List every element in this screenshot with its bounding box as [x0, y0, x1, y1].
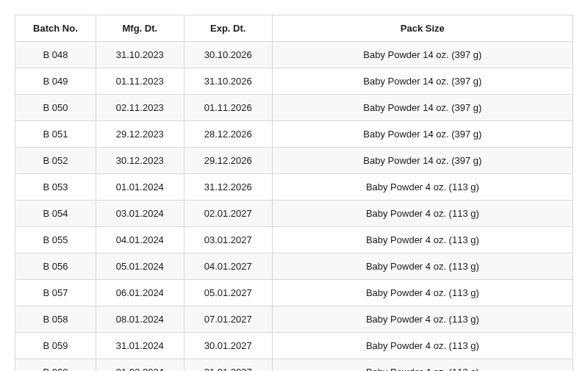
cell-batch: B 049 — [15, 68, 96, 95]
cell-exp: 01.11.2026 — [184, 95, 272, 121]
header-mfg: Mfg. Dt. — [96, 15, 184, 42]
cell-pack: Baby Powder 4 oz. (113 g) — [272, 201, 573, 227]
table-row: B 05002.11.202301.11.2026Baby Powder 14 … — [15, 95, 573, 121]
table-row: B 04831.10.202330.10.2026Baby Powder 14 … — [15, 42, 573, 68]
table-row: B 05504.01.202403.01.2027Baby Powder 4 o… — [15, 227, 573, 253]
cell-mfg: 31.10.2023 — [96, 42, 184, 68]
cell-exp: 28.12.2026 — [184, 121, 272, 148]
cell-mfg: 31.01.2024 — [96, 333, 184, 359]
cell-pack: Baby Powder 4 oz. (113 g) — [272, 227, 573, 253]
cell-exp: 31.12.2026 — [184, 174, 272, 201]
header-exp: Exp. Dt. — [184, 15, 272, 42]
cell-batch: B 048 — [15, 42, 96, 68]
batch-table: Batch No. Mfg. Dt. Exp. Dt. Pack Size B … — [15, 15, 573, 371]
cell-pack: Baby Powder 4 oz. (113 g) — [272, 359, 573, 372]
cell-batch: B 059 — [15, 333, 96, 359]
cell-batch: B 058 — [15, 306, 96, 333]
table-body: B 04831.10.202330.10.2026Baby Powder 14 … — [15, 42, 573, 372]
table-row: B 05808.01.202407.01.2027Baby Powder 4 o… — [15, 306, 573, 333]
header-pack: Pack Size — [272, 15, 573, 42]
cell-mfg: 08.01.2024 — [96, 306, 184, 333]
cell-pack: Baby Powder 4 oz. (113 g) — [272, 280, 573, 306]
cell-batch: B 051 — [15, 121, 96, 148]
cell-pack: Baby Powder 14 oz. (397 g) — [272, 148, 573, 174]
table-row: B 04901.11.202331.10.2026Baby Powder 14 … — [15, 68, 573, 95]
cell-batch: B 055 — [15, 227, 96, 253]
cell-batch: B 052 — [15, 148, 96, 174]
cell-exp: 31.01.2027 — [184, 359, 272, 372]
table-row: B 05301.01.202431.12.2026Baby Powder 4 o… — [15, 174, 573, 201]
cell-pack: Baby Powder 14 oz. (397 g) — [272, 42, 573, 68]
cell-pack: Baby Powder 14 oz. (397 g) — [272, 68, 573, 95]
cell-mfg: 01.01.2024 — [96, 174, 184, 201]
cell-batch: B 057 — [15, 280, 96, 306]
table-row: B 06001.02.202431.01.2027Baby Powder 4 o… — [15, 359, 573, 372]
cell-pack: Baby Powder 14 oz. (397 g) — [272, 95, 573, 121]
cell-batch: B 050 — [15, 95, 96, 121]
cell-exp: 30.01.2027 — [184, 333, 272, 359]
cell-batch: B 060 — [15, 359, 96, 372]
cell-exp: 29.12.2026 — [184, 148, 272, 174]
cell-exp: 30.10.2026 — [184, 42, 272, 68]
cell-mfg: 03.01.2024 — [96, 201, 184, 227]
cell-exp: 07.01.2027 — [184, 306, 272, 333]
cell-mfg: 29.12.2023 — [96, 121, 184, 148]
cell-batch: B 054 — [15, 201, 96, 227]
cell-mfg: 30.12.2023 — [96, 148, 184, 174]
table-row: B 05129.12.202328.12.2026Baby Powder 14 … — [15, 121, 573, 148]
cell-batch: B 056 — [15, 253, 96, 280]
table-row: B 05403.01.202402.01.2027Baby Powder 4 o… — [15, 201, 573, 227]
cell-pack: Baby Powder 4 oz. (113 g) — [272, 174, 573, 201]
cell-exp: 04.01.2027 — [184, 253, 272, 280]
cell-pack: Baby Powder 4 oz. (113 g) — [272, 253, 573, 280]
cell-batch: B 053 — [15, 174, 96, 201]
table-row: B 05706.01.202405.01.2027Baby Powder 4 o… — [15, 280, 573, 306]
cell-pack: Baby Powder 4 oz. (113 g) — [272, 333, 573, 359]
cell-mfg: 05.01.2024 — [96, 253, 184, 280]
table-row: B 05931.01.202430.01.2027Baby Powder 4 o… — [15, 333, 573, 359]
cell-mfg: 01.11.2023 — [96, 68, 184, 95]
header-batch: Batch No. — [15, 15, 96, 42]
cell-pack: Baby Powder 14 oz. (397 g) — [272, 121, 573, 148]
table-row: B 05230.12.202329.12.2026Baby Powder 14 … — [15, 148, 573, 174]
cell-exp: 03.01.2027 — [184, 227, 272, 253]
cell-mfg: 04.01.2024 — [96, 227, 184, 253]
cell-exp: 05.01.2027 — [184, 280, 272, 306]
cell-mfg: 02.11.2023 — [96, 95, 184, 121]
cell-mfg: 01.02.2024 — [96, 359, 184, 372]
table-row: B 05605.01.202404.01.2027Baby Powder 4 o… — [15, 253, 573, 280]
cell-pack: Baby Powder 4 oz. (113 g) — [272, 306, 573, 333]
cell-mfg: 06.01.2024 — [96, 280, 184, 306]
header-row: Batch No. Mfg. Dt. Exp. Dt. Pack Size — [15, 15, 573, 42]
cell-exp: 31.10.2026 — [184, 68, 272, 95]
cell-exp: 02.01.2027 — [184, 201, 272, 227]
